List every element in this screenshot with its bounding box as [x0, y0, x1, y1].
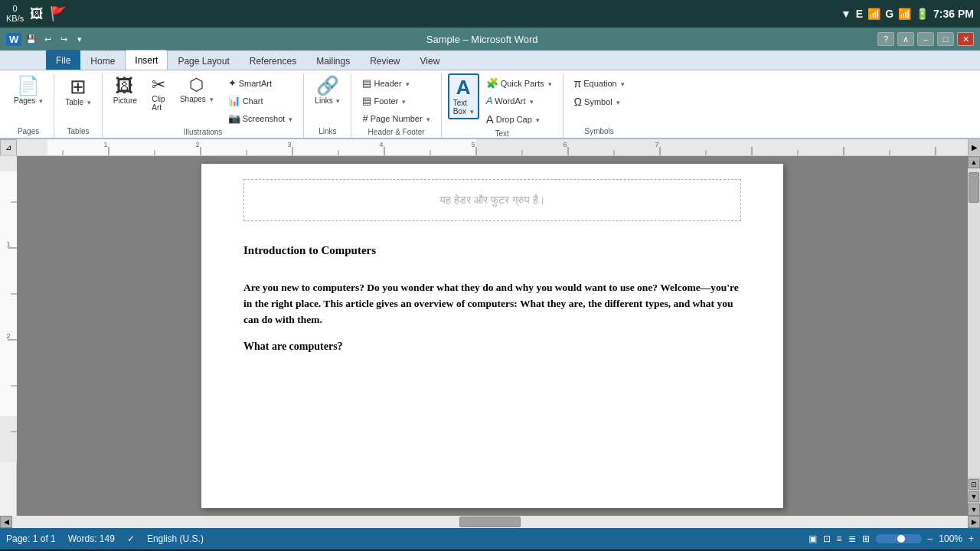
ruler-body: 1 2 3 4 5 6 7 — [17, 139, 968, 155]
gallery-icon: 🖼 — [30, 6, 44, 22]
links-icon: 🔗 — [316, 77, 339, 95]
status-top-left: 0KB/s 🖼 🚩 — [6, 4, 67, 24]
document-heading-2: What are computers? — [243, 341, 741, 353]
footer-icon: ▤ — [362, 95, 371, 106]
zoom-slider[interactable] — [876, 534, 922, 543]
chart-button[interactable]: 📊 Chart — [224, 93, 298, 109]
quick-parts-button[interactable]: 🧩 Quick Parts ▾ — [482, 75, 557, 91]
pages-button[interactable]: 📄 Pages ▾ — [9, 73, 47, 108]
ribbon-group-symbols: π Equation ▾ Ω Symbol ▾ Symbols — [564, 73, 635, 138]
links-buttons: 🔗 Links ▾ — [310, 73, 345, 126]
svg-text:1: 1 — [103, 141, 107, 148]
text-col: 🧩 Quick Parts ▾ A WordArt ▾ A Drop Cap ▾ — [482, 73, 557, 128]
language-indicator[interactable]: English (U.S.) — [147, 533, 204, 544]
zoom-thumb[interactable] — [897, 535, 905, 543]
redo-quick-btn[interactable]: ↪ — [57, 32, 70, 46]
shapes-button[interactable]: ⬡ Shapes ▾ — [175, 73, 218, 106]
chart-label: Chart — [243, 96, 263, 106]
tab-insert[interactable]: Insert — [125, 50, 168, 70]
ribbon-group-pages: 📄 Pages ▾ Pages — [3, 73, 54, 138]
header-icon: ▤ — [362, 77, 371, 89]
smartart-button[interactable]: ✦ SmartArt — [224, 75, 298, 91]
symbol-button[interactable]: Ω Symbol ▾ — [570, 93, 629, 110]
tables-group-label: Tables — [67, 126, 90, 138]
page-number-label: Page Number ▾ — [371, 114, 430, 123]
title-left: W 💾 ↩ ↪ ▾ — [6, 32, 87, 46]
ruler: ⊿ 1 2 — [0, 139, 980, 156]
table-button[interactable]: ⊞ Table ▾ — [60, 73, 96, 109]
tab-file[interactable]: File — [46, 50, 80, 70]
drop-cap-button[interactable]: A Drop Cap ▾ — [482, 110, 557, 128]
header-button[interactable]: ▤ Header ▾ — [358, 75, 434, 91]
ribbon-group-header-footer: ▤ Header ▾ ▤ Footer ▾ # Page Number ▾ He… — [351, 73, 441, 138]
ruler-corner-button[interactable]: ⊿ — [0, 139, 17, 156]
signal-g-icon: G — [885, 8, 893, 20]
screenshot-button[interactable]: 📷 Screenshot ▾ — [224, 110, 298, 126]
view-web-icon[interactable]: ⊡ — [823, 533, 831, 544]
document-scroll-area[interactable]: यह हेडर और फुटर ग्रुप है। Introduction t… — [17, 156, 968, 516]
clip-art-button[interactable]: ✂ ClipArt — [144, 73, 173, 115]
customize-quick-btn[interactable]: ▾ — [73, 32, 87, 46]
undo-quick-btn[interactable]: ↩ — [41, 32, 54, 46]
scroll-select-btn[interactable]: ⊡ — [969, 479, 979, 490]
minimize-button[interactable]: – — [917, 32, 934, 46]
header-label: Header ▾ — [374, 79, 409, 88]
hscroll-left-button[interactable]: ◀ — [0, 516, 12, 528]
tab-home[interactable]: Home — [80, 52, 125, 70]
ruler-scroll-btn[interactable]: ▶ — [968, 139, 980, 156]
text-box-label: TextBox ▾ — [453, 99, 474, 116]
close-button[interactable]: ✕ — [957, 32, 974, 46]
collapse-ribbon-button[interactable]: ∧ — [897, 32, 914, 46]
page-number-button[interactable]: # Page Number ▾ — [358, 110, 434, 126]
pages-buttons: 📄 Pages ▾ — [9, 73, 47, 126]
window-controls: ? ∧ – □ ✕ — [877, 32, 974, 46]
picture-button[interactable]: 🖼 Picture — [109, 73, 142, 108]
status-bar-right: ▣ ⊡ ≡ ≣ ⊞ – 100% + — [808, 533, 974, 544]
left-ruler: 1 2 — [0, 156, 17, 516]
help-button[interactable]: ? — [877, 32, 894, 46]
picture-label: Picture — [113, 96, 137, 105]
footer-button[interactable]: ▤ Footer ▾ — [358, 93, 434, 109]
view-normal-icon[interactable]: ▣ — [808, 533, 817, 544]
view-draft-icon[interactable]: ≣ — [848, 533, 856, 544]
kb-status: 0KB/s — [6, 4, 24, 24]
ribbon-group-text: A TextBox ▾ 🧩 Quick Parts ▾ A WordArt ▾ … — [442, 73, 564, 138]
scroll-track[interactable] — [968, 168, 980, 478]
zoom-out-icon[interactable]: – — [928, 533, 933, 544]
zoom-level: 100% — [939, 533, 962, 544]
zoom-in-icon[interactable]: + — [969, 533, 974, 544]
title-bar: W 💾 ↩ ↪ ▾ Sample – Microsoft Word ? ∧ – … — [0, 28, 980, 51]
symbol-label: Symbol ▾ — [584, 97, 620, 106]
text-box-button[interactable]: A TextBox ▾ — [448, 73, 479, 119]
document-page: यह हेडर और फुटर ग्रुप है। Introduction t… — [201, 164, 783, 508]
view-outline-icon[interactable]: ≡ — [837, 533, 842, 544]
tab-references[interactable]: References — [240, 52, 306, 70]
hscroll-track[interactable] — [12, 516, 968, 528]
tab-page-layout[interactable]: Page Layout — [168, 52, 239, 70]
tab-mailings[interactable]: Mailings — [306, 52, 360, 70]
hscroll-right-button[interactable]: ▶ — [968, 516, 980, 528]
scroll-thumb[interactable] — [969, 172, 979, 203]
scroll-next-btn[interactable]: ▼ — [969, 491, 979, 502]
tab-view[interactable]: View — [410, 52, 450, 70]
wordart-button[interactable]: A WordArt ▾ — [482, 93, 557, 109]
page-indicator: Page: 1 of 1 — [6, 533, 56, 544]
scroll-up-button[interactable]: ▲ — [968, 156, 980, 168]
scroll-down-button[interactable]: ▼ — [968, 504, 980, 516]
equation-button[interactable]: π Equation ▾ — [570, 75, 629, 92]
clip-art-label: ClipArt — [152, 95, 165, 112]
picture-icon: 🖼 — [116, 77, 134, 95]
status-bar: Page: 1 of 1 Words: 149 ✓ English (U.S.)… — [0, 528, 980, 549]
illustrations-buttons: 🖼 Picture ✂ ClipArt ⬡ Shapes ▾ ✦ SmartAr… — [109, 73, 298, 126]
hscroll-thumb[interactable] — [459, 517, 521, 527]
wordart-label: WordArt ▾ — [495, 96, 533, 106]
save-quick-btn[interactable]: 💾 — [24, 32, 38, 46]
shapes-label: Shapes ▾ — [180, 95, 214, 103]
view-read-icon[interactable]: ⊞ — [862, 533, 870, 544]
vertical-scrollbar: ▲ ⊡ ▼ ▼ — [968, 156, 980, 516]
text-box-icon: A — [456, 77, 471, 97]
restore-button[interactable]: □ — [937, 32, 954, 46]
tab-review[interactable]: Review — [360, 52, 410, 70]
svg-text:1: 1 — [6, 240, 10, 248]
links-button[interactable]: 🔗 Links ▾ — [310, 73, 345, 108]
